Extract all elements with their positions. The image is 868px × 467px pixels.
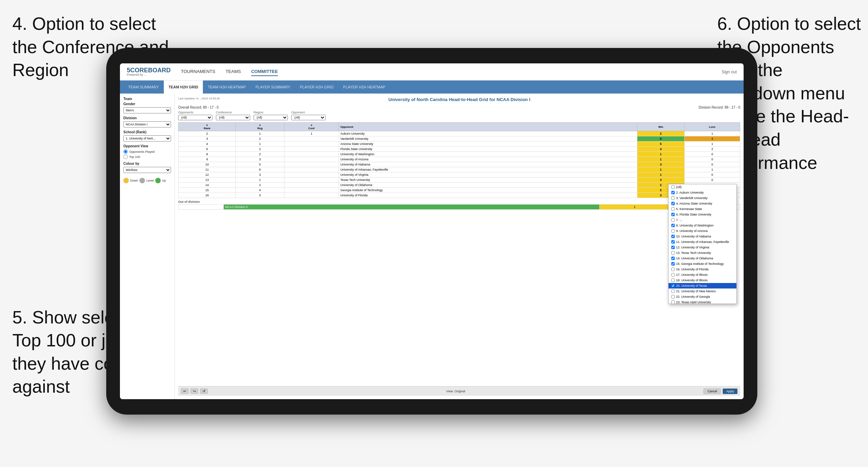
dropdown-item[interactable]: 7. ... (669, 217, 736, 223)
right-panel: Last Updated: 4/..../2024 16:55:38 Unive… (175, 94, 744, 399)
cell-reg: 1 (236, 131, 284, 136)
redo-button[interactable]: ↪ (191, 389, 198, 394)
cancel-button[interactable]: Cancel (704, 389, 721, 394)
dropdown-item[interactable]: 15. Georgia Institute of Technology (669, 261, 736, 267)
opponents-select[interactable]: (All) (178, 115, 212, 120)
col-rank: #Rank (179, 123, 236, 131)
radio-top100-input[interactable] (123, 155, 128, 159)
dropdown-checkbox[interactable] (671, 213, 675, 216)
dropdown-checkbox[interactable] (671, 185, 675, 189)
conference-select[interactable]: (All) (216, 115, 250, 120)
legend-up-dot (155, 178, 161, 183)
gender-label: Gender (123, 102, 171, 106)
dropdown-item[interactable]: 22. University of Georgia (669, 294, 736, 299)
dropdown-checkbox[interactable] (671, 246, 675, 249)
col-reg: #Reg (236, 123, 284, 131)
dropdown-checkbox[interactable] (671, 224, 675, 227)
dropdown-checkbox[interactable] (671, 295, 675, 298)
dropdown-item[interactable]: (All) (669, 184, 736, 190)
tab-player-h2h-grid[interactable]: PLAYER H2H GRID (295, 81, 338, 94)
cell-loss: 2 (684, 147, 740, 152)
dropdown-checkbox[interactable] (671, 262, 675, 266)
dropdown-checkbox[interactable] (671, 235, 675, 238)
dropdown-checkbox[interactable] (671, 268, 675, 271)
cell-conf (284, 136, 339, 142)
division-select[interactable]: NCAA Division I (123, 121, 171, 127)
school-select[interactable]: 1. University of Nort... (123, 135, 171, 142)
dropdown-item-label: 9. University of Arizona (676, 229, 708, 233)
nav-committee[interactable]: COMMITTEE (251, 67, 278, 76)
dropdown-checkbox[interactable] (671, 218, 675, 222)
tab-player-h2h-heatmap[interactable]: PLAYER H2H HEATMAP (338, 81, 390, 94)
undo-button[interactable]: ↩ (181, 389, 188, 394)
apply-button[interactable]: Apply (723, 389, 737, 394)
dropdown-checkbox[interactable] (671, 229, 675, 233)
dropdown-item[interactable]: 8. University of Washington (669, 223, 736, 228)
cell-rank: 6 (179, 147, 236, 152)
tab-team-h2h-heatmap[interactable]: TEAM H2H HEATMAP (203, 81, 250, 94)
radio-top100[interactable]: Top 100 (123, 155, 171, 159)
tab-team-h2h-grid[interactable]: TEAM H2H GRID (164, 81, 203, 94)
dropdown-checkbox[interactable] (671, 273, 675, 276)
cell-loss: 4 (684, 136, 740, 142)
dropdown-checkbox[interactable] (671, 191, 675, 194)
opponent-select[interactable]: (All) (291, 115, 326, 120)
dropdown-checkbox[interactable] (671, 240, 675, 244)
radio-opponents-played-input[interactable] (123, 149, 128, 154)
gender-select[interactable]: Men's (123, 107, 171, 113)
dropdown-item[interactable]: 5. Kennesaw State (669, 206, 736, 212)
cell-reg: 5 (236, 162, 284, 167)
dropdown-item[interactable]: 9. University of Arizona (669, 228, 736, 234)
dropdown-item[interactable]: 12. University of Virginia (669, 245, 736, 250)
opponent-dropdown[interactable]: (All) 2. Auburn University 3. Vanderbilt… (668, 184, 737, 304)
dropdown-item[interactable]: 20. University of Texas (669, 283, 736, 288)
dropdown-checkbox[interactable] (671, 251, 675, 255)
cell-opponent: University of Washington (339, 152, 637, 157)
cell-conf (284, 162, 339, 167)
dropdown-item[interactable]: 14. University of Oklahoma (669, 256, 736, 261)
toolbar: ↩ ↪ ↺ View: Original Cancel Apply (178, 386, 740, 396)
out-div-title: Out of division (178, 200, 740, 204)
nav-teams[interactable]: TEAMS (225, 67, 241, 76)
dropdown-checkbox[interactable] (671, 300, 675, 304)
tab-team-summary[interactable]: TEAM SUMMARY (123, 81, 164, 94)
dropdown-item[interactable]: 11. University of Arkansas, Fayetteville (669, 239, 736, 245)
colour-by-select[interactable]: Win/loss (123, 167, 171, 173)
dropdown-item[interactable]: 10. University of Alabama (669, 234, 736, 239)
dropdown-item[interactable]: 18. University of Illinois (669, 278, 736, 283)
cell-opponent: University of Arkansas, Fayetteville (339, 167, 637, 172)
cell-win: 3 (637, 162, 684, 167)
legend-level-dot (139, 178, 145, 183)
dropdown-checkbox[interactable] (671, 284, 675, 287)
dropdown-checkbox[interactable] (671, 196, 675, 200)
cell-opponent: Texas Tech University (339, 177, 637, 183)
dropdown-item[interactable]: 23. Texas A&M University (669, 299, 736, 304)
refresh-button[interactable]: ↺ (200, 389, 208, 394)
dropdown-item[interactable]: 17. University of Illinois (669, 272, 736, 278)
region-select[interactable]: (All) (254, 115, 288, 120)
nav-tournaments[interactable]: TOURNAMENTS (181, 67, 215, 76)
col-opponent: Opponent (339, 123, 637, 131)
division-label: Division (123, 116, 171, 120)
dropdown-item[interactable]: 16. University of Florida (669, 267, 736, 272)
nav-sign-out[interactable]: Sign out (722, 70, 737, 74)
tab-bar: TEAM SUMMARY TEAM H2H GRID TEAM H2H HEAT… (120, 81, 744, 94)
radio-opponents-played[interactable]: Opponents Played (123, 149, 171, 154)
dropdown-item[interactable]: 4. Arizona State University (669, 201, 736, 206)
dropdown-checkbox[interactable] (671, 290, 675, 293)
dropdown-checkbox[interactable] (671, 207, 675, 211)
dropdown-item[interactable]: 6. Florida State University (669, 212, 736, 217)
report-updated: Last Updated: 4/..../2024 16:55:38 (178, 97, 220, 100)
dropdown-item[interactable]: 21. University of New Mexico (669, 288, 736, 294)
tab-player-summary[interactable]: PLAYER SUMMARY (250, 81, 295, 94)
out-div-win: 1 (600, 205, 670, 210)
dropdown-checkbox[interactable] (671, 257, 675, 260)
colour-by-label: Colour by (123, 162, 171, 165)
dropdown-item[interactable]: 13. Texas Tech University (669, 250, 736, 256)
dropdown-checkbox[interactable] (671, 279, 675, 282)
radio-group: Opponents Played Top 100 (123, 149, 171, 159)
filter-group-opponents: Opponents: (All) (178, 111, 212, 120)
dropdown-item[interactable]: 3. Vanderbilt University (669, 195, 736, 201)
dropdown-checkbox[interactable] (671, 202, 675, 205)
dropdown-item[interactable]: 2. Auburn University (669, 190, 736, 195)
